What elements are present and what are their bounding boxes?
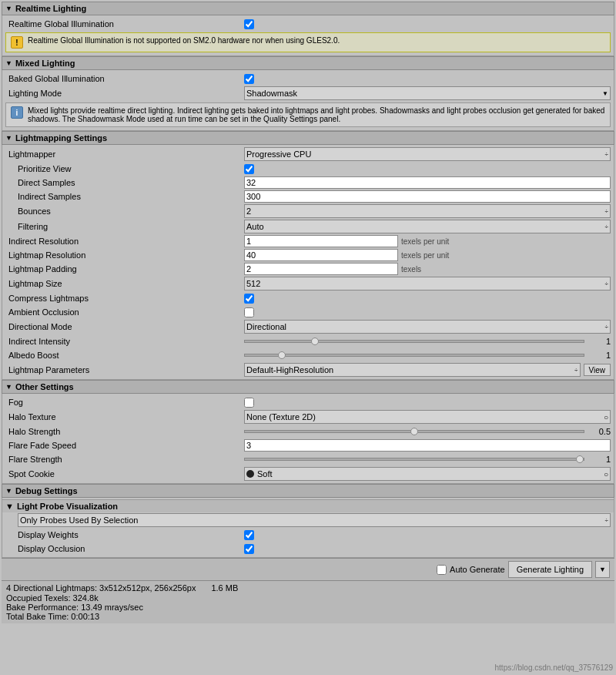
generate-lighting-arrow-button[interactable]: ▼ xyxy=(595,561,610,578)
prioritize-view-value xyxy=(244,164,611,174)
debug-section-header[interactable]: ▼ Debug Settings xyxy=(2,484,614,498)
lightmap-parameters-value: Default-HighResolution ÷ View xyxy=(244,363,611,377)
filtering-label: Filtering xyxy=(5,222,244,231)
lighting-mode-dropdown[interactable]: Shadowmask ▼ xyxy=(244,86,611,100)
prioritize-view-row: Prioritize View xyxy=(2,162,614,176)
compress-lightmaps-checkbox[interactable] xyxy=(244,294,254,304)
flare-strength-slider[interactable] xyxy=(244,458,584,461)
bounces-dropdown[interactable]: 2 ÷ xyxy=(244,204,611,218)
spot-cookie-dropdown[interactable]: Soft ○ xyxy=(244,467,611,481)
albedo-boost-display: 1 xyxy=(588,351,611,360)
lightmap-resolution-row: Lightmap Resolution texels per unit xyxy=(2,248,614,262)
indirect-intensity-value: 1 xyxy=(244,337,611,346)
probe-select-arrow: ÷ xyxy=(605,517,608,524)
realtime-warning-box: ! Realtime Global Illumination is not su… xyxy=(5,32,611,52)
halo-strength-display: 0.5 xyxy=(588,427,611,436)
display-occlusion-value xyxy=(244,544,611,554)
indirect-resolution-input[interactable] xyxy=(244,235,398,247)
lightmap-padding-input[interactable] xyxy=(244,263,398,275)
display-occlusion-label: Display Occlusion xyxy=(5,544,244,553)
ambient-occlusion-value xyxy=(244,307,611,317)
lightmap-resolution-input[interactable] xyxy=(244,249,398,261)
directional-mode-dropdown[interactable]: Directional ÷ xyxy=(244,320,611,334)
lighting-mode-text: Shadowmask xyxy=(246,89,297,98)
halo-texture-dropdown[interactable]: None (Texture 2D) ○ xyxy=(244,410,611,424)
lightmapping-title: Lightmapping Settings xyxy=(15,133,107,143)
prioritize-view-label: Prioritize View xyxy=(5,164,244,173)
debug-section-content: ▼ Light Probe Visualization Only Probes … xyxy=(2,498,614,558)
lightmap-size-dropdown[interactable]: 512 ÷ xyxy=(244,277,611,290)
fog-checkbox[interactable] xyxy=(244,398,254,408)
lightmap-parameters-view-btn[interactable]: View xyxy=(584,364,611,376)
lightmap-resolution-label: Lightmap Resolution xyxy=(5,250,244,260)
albedo-boost-label: Albedo Boost xyxy=(5,351,244,360)
albedo-boost-value: 1 xyxy=(244,351,611,360)
realtime-gi-checkbox[interactable] xyxy=(244,19,254,29)
directional-mode-label: Directional Mode xyxy=(5,322,244,331)
halo-strength-slider[interactable] xyxy=(244,430,584,433)
realtime-gi-label: Realtime Global Illumination xyxy=(5,19,244,29)
indirect-samples-input[interactable] xyxy=(244,190,611,203)
display-occlusion-checkbox[interactable] xyxy=(244,544,254,554)
bounces-arrow: ÷ xyxy=(605,208,608,215)
main-panel: ▼ Realtime Lighting Realtime Global Illu… xyxy=(0,0,616,625)
lightmap-padding-row: Lightmap Padding texels xyxy=(2,262,614,276)
other-section-content: Fog Halo Texture None (Texture 2D) ○ Hal… xyxy=(2,394,614,484)
lightmap-padding-unit: texels xyxy=(401,265,421,274)
ambient-occlusion-checkbox[interactable] xyxy=(244,307,254,317)
indirect-intensity-slider[interactable] xyxy=(244,340,584,343)
lighting-mode-arrow: ▼ xyxy=(602,90,608,97)
compress-lightmaps-label: Compress Lightmaps xyxy=(5,294,244,303)
other-section-header[interactable]: ▼ Other Settings xyxy=(2,380,614,394)
realtime-gi-row: Realtime Global Illumination xyxy=(2,17,614,31)
display-weights-checkbox[interactable] xyxy=(244,530,254,540)
indirect-samples-row: Indirect Samples xyxy=(2,190,614,203)
indirect-intensity-display: 1 xyxy=(588,337,611,346)
flare-fade-speed-label: Flare Fade Speed xyxy=(5,441,244,450)
stats-bar: 4 Directional Lightmaps: 3x512x512px, 25… xyxy=(2,580,614,623)
generate-lighting-button[interactable]: Generate Lighting xyxy=(508,561,592,578)
lightmapping-section-header[interactable]: ▼ Lightmapping Settings xyxy=(2,131,614,145)
directional-mode-arrow: ÷ xyxy=(605,324,608,331)
lightmap-parameters-text: Default-HighResolution xyxy=(246,365,333,374)
light-probe-subheader[interactable]: ▼ Light Probe Visualization xyxy=(2,499,614,512)
stats-texels: Occupied Texels: 324.8k xyxy=(6,593,610,603)
lightmapper-value: Progressive CPU ÷ xyxy=(244,147,611,161)
bounces-text: 2 xyxy=(246,207,251,216)
indirect-samples-label: Indirect Samples xyxy=(5,192,244,201)
halo-strength-value: 0.5 xyxy=(244,427,611,436)
halo-texture-text: None (Texture 2D) xyxy=(246,412,316,421)
lightmapping-arrow: ▼ xyxy=(5,134,12,142)
display-weights-value xyxy=(244,530,611,540)
albedo-boost-slider[interactable] xyxy=(244,354,584,357)
auto-generate-checkbox[interactable] xyxy=(437,565,447,575)
flare-fade-speed-row: Flare Fade Speed xyxy=(2,438,614,452)
lightmap-padding-label: Lightmap Padding xyxy=(5,264,244,274)
compress-lightmaps-value xyxy=(244,294,611,304)
lightmapper-dropdown[interactable]: Progressive CPU ÷ xyxy=(244,147,611,161)
mixed-section-header[interactable]: ▼ Mixed Lighting xyxy=(2,56,614,70)
lighting-mode-value: Shadowmask ▼ xyxy=(244,86,611,100)
lightmap-parameters-dropdown[interactable]: Default-HighResolution ÷ xyxy=(244,363,581,377)
lightmap-padding-value: texels xyxy=(244,263,611,275)
direct-samples-label: Direct Samples xyxy=(5,178,244,187)
direct-samples-value xyxy=(244,176,611,189)
fog-row: Fog xyxy=(2,395,614,409)
indirect-samples-value xyxy=(244,190,611,203)
spot-cookie-circle: ○ xyxy=(604,470,608,479)
realtime-title: Realtime Lighting xyxy=(15,4,86,13)
baked-gi-checkbox[interactable] xyxy=(244,74,254,84)
mixed-info-box: i Mixed lights provide realtime direct l… xyxy=(5,102,611,127)
mixed-arrow: ▼ xyxy=(5,59,12,67)
bounces-label: Bounces xyxy=(5,207,244,216)
ambient-occlusion-row: Ambient Occlusion xyxy=(2,305,614,319)
prioritize-view-checkbox[interactable] xyxy=(244,164,254,174)
direct-samples-input[interactable] xyxy=(244,176,611,189)
flare-fade-speed-input[interactable] xyxy=(244,439,611,452)
filtering-text: Auto xyxy=(246,222,264,231)
realtime-section-header[interactable]: ▼ Realtime Lighting xyxy=(2,2,614,15)
stats-row-1: 4 Directional Lightmaps: 3x512x512px, 25… xyxy=(6,583,610,593)
realtime-gi-value xyxy=(244,19,611,29)
filtering-dropdown[interactable]: Auto ÷ xyxy=(244,220,611,233)
probe-select-dropdown[interactable]: Only Probes Used By Selection ÷ xyxy=(18,513,611,527)
